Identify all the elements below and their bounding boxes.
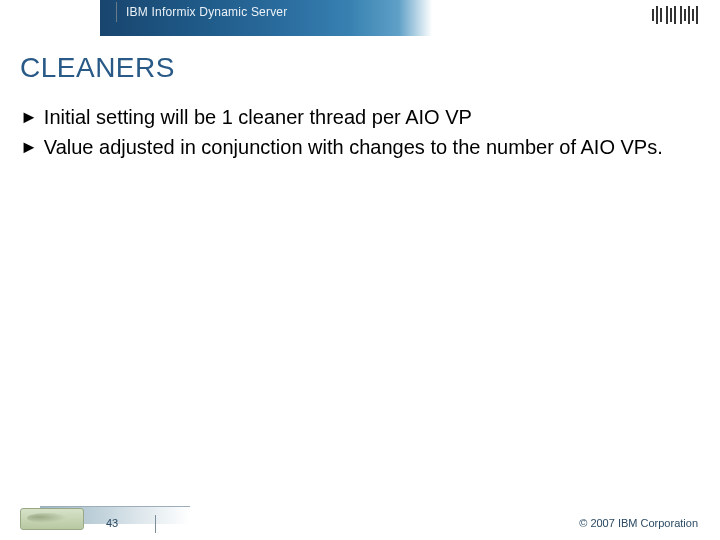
slide-body: ► Initial setting will be 1 cleaner thre… [20, 104, 696, 164]
slide-title: CLEANERS [20, 52, 175, 84]
slide: IBM Informix Dynamic Server CLEANERS ► I… [0, 0, 720, 540]
bullet-item: ► Value adjusted in conjunction with cha… [20, 134, 696, 160]
slide-footer: 43 © 2007 IBM Corporation [0, 506, 720, 540]
header-product-label: IBM Informix Dynamic Server [126, 5, 287, 19]
triangle-bullet-icon: ► [20, 104, 38, 130]
footer-divider [155, 515, 156, 533]
bullet-text: Value adjusted in conjunction with chang… [44, 134, 663, 160]
slide-header: IBM Informix Dynamic Server [0, 0, 720, 36]
triangle-bullet-icon: ► [20, 134, 38, 160]
ibm-logo-icon [652, 6, 698, 24]
page-number: 43 [106, 517, 118, 529]
header-divider [116, 2, 117, 22]
bullet-text: Initial setting will be 1 cleaner thread… [44, 104, 472, 130]
copyright-text: © 2007 IBM Corporation [579, 517, 698, 529]
bullet-item: ► Initial setting will be 1 cleaner thre… [20, 104, 696, 130]
footer-decorative-chip [20, 508, 84, 530]
